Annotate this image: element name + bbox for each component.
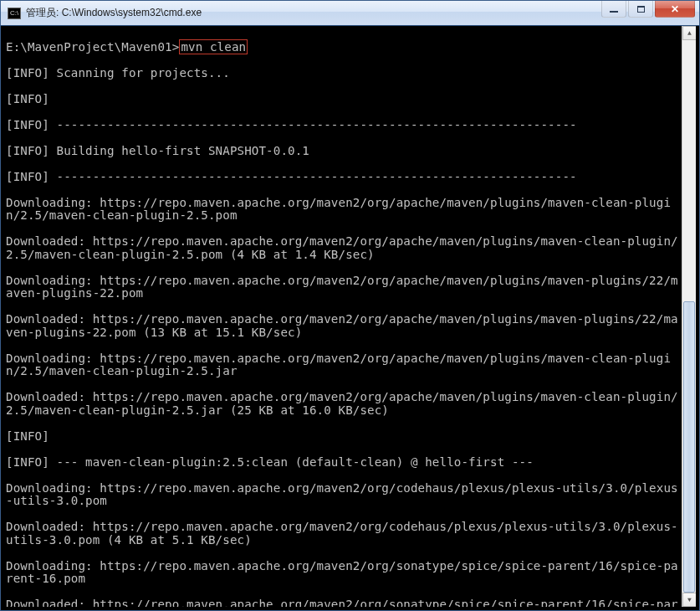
output-line: Downloading: https://repo.maven.apache.o… <box>6 560 681 586</box>
vertical-scrollbar[interactable]: ▲ ▼ <box>682 26 696 607</box>
titlebar[interactable]: C:\ 管理员: C:\Windows\system32\cmd.exe ✕ <box>1 1 699 26</box>
close-icon: ✕ <box>671 3 679 15</box>
terminal-output[interactable]: E:\MavenProject\Maven01>mvn clean [INFO]… <box>4 26 681 607</box>
maximize-button[interactable] <box>628 1 653 18</box>
minimize-icon <box>610 11 618 13</box>
cmd-icon: C:\ <box>8 8 21 19</box>
output-line: Downloaded: https://repo.maven.apache.or… <box>6 235 681 261</box>
output-line: [INFO] Building hello-first SNAPSHOT-0.0… <box>6 145 681 158</box>
cmd-window: C:\ 管理员: C:\Windows\system32\cmd.exe ✕ E… <box>0 0 700 611</box>
scroll-up-button[interactable]: ▲ <box>682 26 696 40</box>
close-button[interactable]: ✕ <box>655 1 695 18</box>
scroll-track[interactable] <box>682 40 696 593</box>
prompt-line: E:\MavenProject\Maven01>mvn clean <box>6 41 681 54</box>
output-line: [INFO] <box>6 430 681 444</box>
output-line: Downloaded: https://repo.maven.apache.or… <box>6 598 681 607</box>
output-line: Downloaded: https://repo.maven.apache.or… <box>6 391 681 417</box>
output-line: Downloading: https://repo.maven.apache.o… <box>6 352 681 378</box>
output-line: Downloading: https://repo.maven.apache.o… <box>6 275 681 300</box>
output-line: [INFO] ---------------------------------… <box>6 171 681 184</box>
scroll-thumb[interactable] <box>683 301 695 593</box>
command-highlight: mvn clean <box>179 39 248 54</box>
minimize-button[interactable] <box>601 1 626 18</box>
output-line: Downloaded: https://repo.maven.apache.or… <box>6 521 681 547</box>
output-line: Downloaded: https://repo.maven.apache.or… <box>6 313 681 339</box>
scroll-down-button[interactable]: ▼ <box>682 593 696 607</box>
output-line: Downloading: https://repo.maven.apache.o… <box>6 197 681 223</box>
window-controls: ✕ <box>601 1 699 19</box>
output-line: [INFO] <box>6 93 681 106</box>
terminal-area: E:\MavenProject\Maven01>mvn clean [INFO]… <box>4 26 696 607</box>
maximize-icon <box>637 6 645 13</box>
output-line: [INFO] ---------------------------------… <box>6 119 681 132</box>
window-title: 管理员: C:\Windows\system32\cmd.exe <box>26 6 202 20</box>
output-line: Downloading: https://repo.maven.apache.o… <box>6 482 681 508</box>
prompt-path: E:\MavenProject\Maven01> <box>6 40 179 54</box>
output-line: [INFO] Scanning for projects... <box>6 67 681 80</box>
output-line: [INFO] --- maven-clean-plugin:2.5:clean … <box>6 456 681 470</box>
